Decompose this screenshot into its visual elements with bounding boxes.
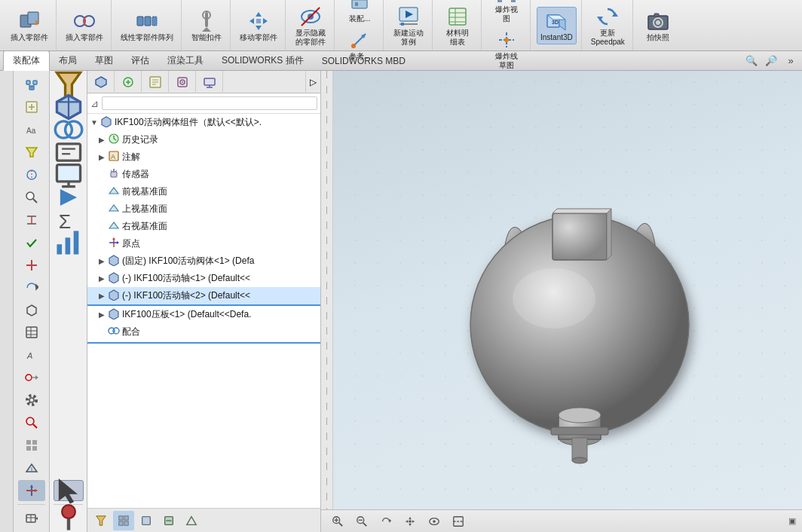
tab-render-tools[interactable]: 渲染工具 [158, 51, 213, 70]
tab-assembly[interactable]: 装配体 [3, 50, 50, 71]
instant3d-button[interactable]: 3D Instant3D [537, 7, 577, 44]
tbb-minus[interactable] [158, 511, 179, 530]
toolbar-group-update: 更新Speedpak [583, 0, 633, 50]
svg-rect-120 [65, 237, 70, 254]
icon-smart-dim[interactable] [18, 209, 45, 231]
tree-item-origin[interactable]: ▶ 原点 [87, 235, 320, 252]
icon-check[interactable] [18, 232, 45, 253]
icon-axis[interactable] [18, 480, 45, 501]
viewport[interactable]: ▣ [321, 71, 802, 532]
move-comp-label: 移动零部件 [240, 33, 277, 42]
move-comp-button[interactable]: 移动零部件 [237, 8, 280, 44]
tree-tab-part[interactable] [87, 71, 115, 93]
tab-sw-plugins[interactable]: SOLIDWORKS 插件 [213, 51, 313, 70]
tbb-square[interactable] [136, 511, 157, 530]
tree-label-axis2: (-) IKF100活动轴<2> (Default<< [122, 289, 250, 302]
icon-dim[interactable]: Aa [18, 119, 45, 140]
update-button[interactable]: 更新Speedpak [588, 3, 628, 48]
insert-part-button[interactable]: 插入零部件 [8, 8, 51, 44]
tree-bottom-bar [87, 508, 320, 532]
tree-expand-button[interactable]: ▷ [305, 71, 320, 93]
svg-point-89 [26, 417, 34, 425]
tree-item-history[interactable]: ▶ 历史记录 [87, 131, 320, 148]
icon-hex[interactable] [18, 300, 45, 321]
instant3d-icon: 3D [544, 9, 568, 33]
more-button[interactable]: » [782, 53, 799, 69]
icon-filter[interactable] [18, 142, 45, 163]
tree-tab-feature[interactable] [115, 71, 142, 93]
icon-magnify[interactable] [18, 187, 45, 208]
explode-line-button[interactable]: 爆炸线草图 [488, 26, 525, 72]
svg-marker-193 [409, 523, 412, 526]
tab-evaluate[interactable]: 评估 [122, 51, 158, 70]
bottom-section-btn[interactable] [448, 513, 469, 530]
bottom-zoom-btn[interactable] [327, 513, 348, 530]
materials-button[interactable]: 材料明细表 [439, 3, 476, 48]
tree-item-sensors[interactable]: ▶ 传感器 [87, 166, 320, 183]
linear-array-button[interactable]: 线性零部件阵列 [118, 8, 176, 44]
new-motion-button[interactable]: 新建运动算例 [390, 3, 427, 48]
tbb-triangle[interactable] [181, 511, 202, 530]
svg-marker-156 [109, 255, 118, 266]
assembly-feature-icon: 装 [347, 0, 372, 14]
svg-point-174 [513, 268, 595, 329]
tree-item-axis1[interactable]: ▶ (-) IKF100活动轴<1> (Default<< [87, 270, 320, 287]
tree-label-top-plane: 上视基准面 [122, 203, 167, 216]
icon-table[interactable] [18, 322, 45, 343]
tree-tab-config[interactable] [169, 71, 196, 93]
panel-pin[interactable] [54, 508, 84, 529]
svg-marker-151 [109, 222, 118, 228]
icon-grid2[interactable] [18, 435, 45, 456]
tbb-grid[interactable] [113, 511, 134, 530]
icon-plane[interactable] [18, 457, 45, 478]
tree-search-input[interactable] [102, 96, 317, 110]
tree-tab-display[interactable] [196, 71, 223, 93]
icon-cross[interactable] [18, 255, 45, 276]
svg-marker-177 [607, 209, 611, 260]
tree-item-mates[interactable]: ▶ 配合 [87, 323, 320, 341]
tab-sw-mbd[interactable]: SOLIDWORKS MBD [313, 53, 415, 69]
svg-line-189 [363, 522, 366, 525]
svg-marker-149 [109, 188, 118, 194]
update-label: 更新Speedpak [591, 29, 625, 47]
search2-button[interactable]: 🔎 [763, 53, 779, 69]
tree-item-root[interactable]: ▼ IKF100活动阀体组件（默认<<默认>. [87, 114, 320, 131]
tab-layout[interactable]: 布局 [50, 51, 86, 70]
svg-point-161 [113, 328, 119, 334]
tree-item-press-plate[interactable]: ▶ IKF100压板<1> (Default<<Defa. [87, 306, 320, 323]
tree-item-top-plane[interactable]: ▶ 上视基准面 [87, 200, 320, 218]
icon-arrow-parts[interactable] [18, 367, 45, 388]
model-container [403, 159, 720, 475]
icon-grid-dropdown[interactable] [18, 508, 45, 529]
icon-rotate[interactable] [18, 277, 45, 298]
icon-gear[interactable] [18, 390, 45, 411]
show-hide-button[interactable]: 显示隐藏的零部件 [292, 3, 329, 48]
svg-rect-22 [355, 2, 358, 6]
smart-fastener-button[interactable]: 智能扣件 [188, 8, 225, 44]
icon-sketch[interactable] [18, 96, 45, 118]
panel-sim[interactable] [54, 232, 84, 253]
bottom-zoom-out-btn[interactable] [351, 513, 372, 530]
tree-tab-property[interactable] [142, 71, 169, 93]
tbb-filter[interactable] [90, 511, 112, 530]
bottom-pan-btn[interactable] [399, 513, 421, 530]
icon-text-a[interactable]: A [18, 344, 45, 365]
icon-circle-sketch[interactable] [18, 164, 45, 185]
bottom-rotate-btn[interactable] [375, 513, 396, 530]
icon-magnify2[interactable] [18, 412, 45, 433]
panel-cursor[interactable] [54, 480, 84, 501]
bottom-view-btn[interactable] [424, 513, 445, 530]
tree-item-front-plane[interactable]: ▶ 前视基准面 [87, 183, 320, 200]
capture-button[interactable]: 拍快照 [639, 8, 677, 44]
explode-view-button[interactable]: 爆炸视图 [488, 0, 525, 25]
assembly-feature-button[interactable]: 装 装配... [341, 0, 378, 25]
icon-assembly-tree[interactable] [18, 74, 45, 95]
tree-item-right-plane[interactable]: ▶ 右视基准面 [87, 218, 320, 235]
tree-item-axis2[interactable]: ▶ (-) IKF100活动轴<2> (Default<< [87, 287, 320, 306]
svg-point-180 [559, 408, 601, 423]
tree-item-annotations[interactable]: ▶ A 注解 [87, 148, 320, 166]
tab-sketch[interactable]: 草图 [86, 51, 122, 70]
search-button[interactable]: 🔍 [743, 53, 760, 69]
tree-item-fixed-part[interactable]: ▶ (固定) IKF100活动阀体<1> (Defa [87, 252, 320, 270]
mate-button[interactable]: 插入零部件 [63, 8, 106, 44]
